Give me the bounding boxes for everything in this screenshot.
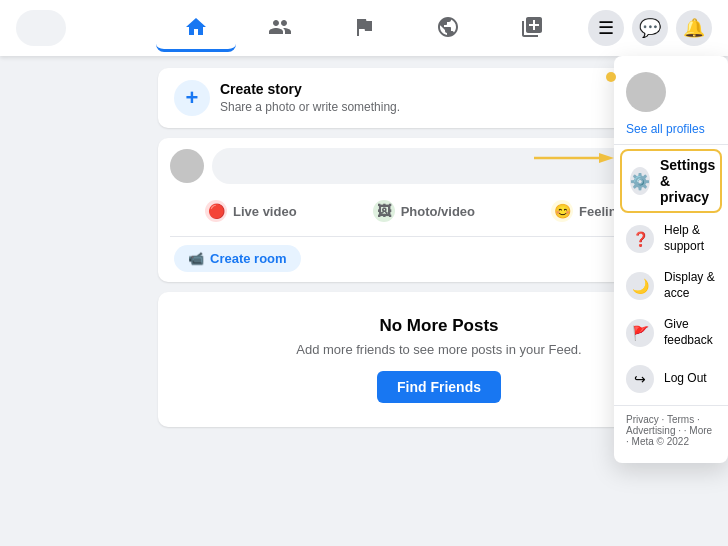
logout-item[interactable]: ↪ Log Out — [614, 357, 728, 401]
feedback-label: Give feedback — [664, 317, 716, 348]
menu-button[interactable]: ☰ — [588, 10, 624, 46]
tab-marketplace[interactable] — [408, 4, 488, 52]
dropdown-menu: See all profiles ⚙️ Settings & privacy ❓… — [614, 56, 728, 463]
search-bar[interactable] — [16, 10, 66, 46]
dropdown-avatar — [626, 72, 666, 112]
left-sidebar — [0, 56, 150, 546]
create-story-title: Create story — [220, 81, 400, 97]
notifications-button[interactable]: 🔔 — [676, 10, 712, 46]
display-icon: 🌙 — [626, 272, 654, 300]
svg-marker-1 — [599, 153, 614, 163]
photo-icon: 🖼 — [373, 200, 395, 222]
create-story-subtitle: Share a photo or write something. — [220, 100, 400, 114]
messenger-button[interactable]: 💬 — [632, 10, 668, 46]
settings-privacy-highlighted[interactable]: ⚙️ Settings & privacy — [620, 149, 722, 213]
create-room-icon: 📹 — [188, 251, 204, 266]
tab-groups[interactable] — [492, 4, 572, 52]
tab-friends[interactable] — [240, 4, 320, 52]
top-navigation: ☰ 💬 🔔 — [0, 0, 728, 56]
tab-watch[interactable] — [324, 4, 404, 52]
display-label: Display & acce — [664, 270, 716, 301]
photo-video-button[interactable]: 🖼 Photo/video — [361, 194, 487, 228]
photo-video-label: Photo/video — [401, 204, 475, 219]
logout-label: Log Out — [664, 371, 707, 387]
help-support-item[interactable]: ❓ Help & support — [614, 215, 728, 262]
help-support-label: Help & support — [664, 223, 716, 254]
create-story-text: Create story Share a photo or write some… — [220, 81, 400, 115]
settings-privacy-label: Settings & privacy — [660, 157, 715, 205]
help-icon: ❓ — [626, 225, 654, 253]
create-room-label: Create room — [210, 251, 287, 266]
footer-links: Privacy · Terms · Advertising · · More ·… — [626, 414, 712, 447]
display-item[interactable]: 🌙 Display & acce — [614, 262, 728, 309]
nav-tabs — [156, 4, 572, 52]
arrow-indicator-dot — [606, 72, 616, 82]
feeling-icon: 😊 — [551, 200, 573, 222]
settings-icon: ⚙️ — [630, 167, 650, 195]
feedback-icon: 🚩 — [626, 319, 654, 347]
logout-icon: ↪ — [626, 365, 654, 393]
find-friends-button[interactable]: Find Friends — [377, 371, 501, 403]
nav-left — [16, 10, 66, 46]
create-story-plus-icon: + — [174, 80, 210, 116]
dropdown-header — [614, 64, 728, 120]
nav-right: ☰ 💬 🔔 — [588, 10, 712, 46]
see-all-profiles-link[interactable]: See all profiles — [614, 120, 728, 145]
live-icon: 🔴 — [205, 200, 227, 222]
create-room-button[interactable]: 📹 Create room — [174, 245, 301, 272]
tab-home[interactable] — [156, 4, 236, 52]
live-video-label: Live video — [233, 204, 297, 219]
live-video-button[interactable]: 🔴 Live video — [193, 194, 309, 228]
arrow-indicator — [534, 148, 614, 172]
feedback-item[interactable]: 🚩 Give feedback — [614, 309, 728, 356]
dropdown-footer: Privacy · Terms · Advertising · · More ·… — [614, 405, 728, 455]
user-avatar — [170, 149, 204, 183]
